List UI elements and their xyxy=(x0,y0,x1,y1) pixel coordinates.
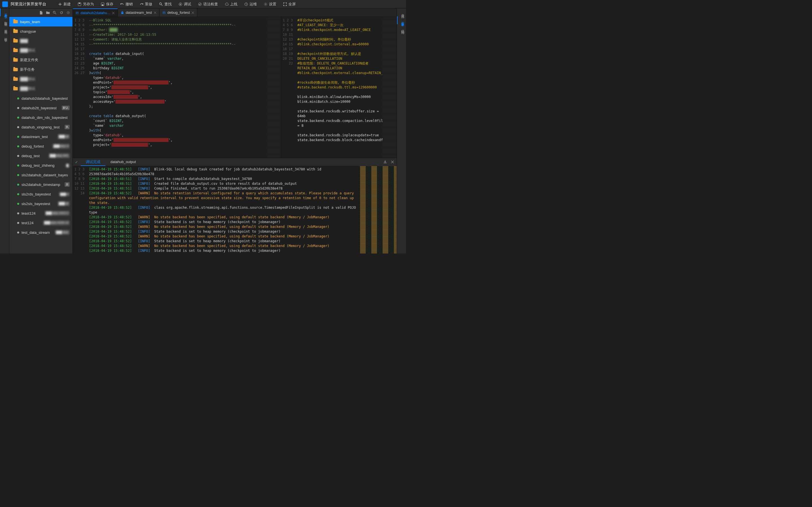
logo-icon xyxy=(2,1,8,7)
save-icon xyxy=(101,2,105,6)
folder-item[interactable]: ███ xyxy=(9,36,72,46)
minimap-icon[interactable] xyxy=(267,17,281,158)
sql-icon xyxy=(162,11,166,14)
toolbar-plus-button[interactable]: 新建 xyxy=(55,0,74,8)
file-label: teast124 xyxy=(21,211,42,216)
file-badge: ███ 锁定 xyxy=(55,230,70,235)
code-area[interactable]: --Blink SQL --**************************… xyxy=(87,17,267,158)
toolbar-save-as-button[interactable]: 另存为 xyxy=(74,0,97,8)
file-item[interactable]: datahub_dim_rds_bayestest xyxy=(9,113,72,122)
file-tree[interactable]: bayes_teamchangyue██████测试新建文件夹新手任务███测试… xyxy=(9,17,72,253)
file-badge: 默认 xyxy=(62,106,70,110)
editor-tab[interactable]: datahub2datahu... xyxy=(73,8,118,17)
status-dot-icon xyxy=(17,222,19,224)
check-icon: ✓ xyxy=(73,160,81,164)
folder-label: 新建文件夹 xyxy=(20,57,70,62)
file-item[interactable]: sls2datahub_datawrit_bayes xyxy=(9,170,72,180)
new-file-icon[interactable] xyxy=(39,11,43,15)
console-panel: ✓ 调试完成 datahub_output 1 2 3 4 5 6 7 8 9 … xyxy=(73,158,397,253)
cloud-icon xyxy=(225,2,229,6)
refresh-icon[interactable] xyxy=(59,11,63,15)
right-rail-item[interactable]: 作业属性 xyxy=(397,8,406,16)
file-item[interactable]: datahub2datahub_bayestest xyxy=(9,94,72,103)
folder-item[interactable]: ███测试 xyxy=(9,84,72,94)
right-rail-item[interactable]: 作业参数 xyxy=(397,16,406,24)
file-item[interactable]: debug_fortest███ 锁定 0 xyxy=(9,142,72,151)
editor-tab[interactable]: debug_fortest xyxy=(160,8,198,17)
toolbar-cloud-button[interactable]: 上线 xyxy=(221,0,241,8)
file-item[interactable]: datahub2tt_bayestest默认 xyxy=(9,103,72,113)
file-item[interactable]: sls2datahub_timestamp居 xyxy=(9,180,72,189)
sidebar-tools xyxy=(9,8,72,17)
file-badge: ███ 锁定 03/20 12 xyxy=(43,221,70,225)
toolbar-redo-button[interactable]: 重做 xyxy=(136,0,156,8)
toolbar-save-button[interactable]: 保存 xyxy=(97,0,117,8)
left-rail-item[interactable]: 数据存储 xyxy=(0,16,9,24)
save-as-icon xyxy=(78,2,82,6)
file-item[interactable]: sls2sls_bayestest███ 锁 xyxy=(9,199,72,209)
close-icon[interactable] xyxy=(112,11,115,14)
left-rail-item[interactable]: 资源引用 xyxy=(0,24,9,32)
status-dot-icon xyxy=(17,107,19,109)
export-icon[interactable] xyxy=(383,160,387,164)
toolbar-undo-button[interactable]: 撤销 xyxy=(117,0,136,8)
folder-item[interactable]: 新手任务 xyxy=(9,65,72,74)
folder-icon xyxy=(13,87,18,91)
file-item[interactable]: debug_test_zhiheng█ xyxy=(9,161,72,170)
toolbar-label: 查找 xyxy=(164,2,172,7)
folder-icon xyxy=(13,20,18,23)
close-icon[interactable] xyxy=(391,160,395,164)
close-icon[interactable] xyxy=(154,11,156,14)
toolbar-search-button[interactable]: 查找 xyxy=(156,0,175,8)
folder-item[interactable]: 新建文件夹 xyxy=(9,55,72,65)
console-tab-debug[interactable]: 调试完成 xyxy=(81,158,105,166)
toolbar-play-button[interactable]: 调试 xyxy=(175,0,195,8)
search-icon[interactable] xyxy=(53,11,57,15)
folder-item[interactable]: ███测试 xyxy=(9,74,72,84)
console-tab-output[interactable]: datahub_output xyxy=(105,158,141,166)
file-item[interactable]: datastream_test███ 锁 xyxy=(9,132,72,142)
left-rail-item[interactable]: 运行引擎 xyxy=(0,32,9,40)
file-item[interactable]: test124███ 锁定 03/20 12 xyxy=(9,218,72,228)
file-item[interactable]: teast124███ 锁定 03/23 2 xyxy=(9,209,72,218)
status-dot-icon xyxy=(17,212,19,214)
toolbar-clock-button[interactable]: 运维 xyxy=(241,0,260,8)
status-dot-icon xyxy=(17,231,19,233)
status-dot-icon xyxy=(17,117,19,119)
status-dot-icon xyxy=(17,136,19,138)
folder-item[interactable]: changyue xyxy=(9,26,72,36)
folder-icon xyxy=(13,39,18,43)
locate-icon[interactable] xyxy=(66,11,70,15)
status-dot-icon xyxy=(17,174,19,176)
toolbar-label: 另存为 xyxy=(83,2,94,7)
toolbar-expand-button[interactable]: 全屏 xyxy=(280,0,299,8)
file-item[interactable]: sls2rds_bayestest███ 4 xyxy=(9,189,72,199)
new-folder-icon[interactable] xyxy=(46,11,50,15)
console-minimap-icon[interactable] xyxy=(360,166,397,253)
file-item[interactable]: test_data_stream███ 锁定 xyxy=(9,228,72,237)
folder-item[interactable]: ███测试 xyxy=(9,46,72,55)
console-log[interactable]: [2018-04-19 15:48:51] [INFO] Blink-SQL l… xyxy=(87,166,360,253)
close-icon[interactable] xyxy=(192,11,194,14)
editor-tab[interactable]: datastream_test xyxy=(118,8,160,17)
left-rail-item[interactable]: 开发作业 xyxy=(0,8,9,16)
file-label: debug_test xyxy=(21,154,46,158)
right-rail-item[interactable]: 代码结构 xyxy=(397,24,406,32)
top-toolbar: 阿里流计算开发平台 新建另存为保存撤销重做查找调试语法检查上线运维设置全屏 xyxy=(0,0,406,8)
editor-right[interactable]: 1 2 3 4 5 6 7 8 9 10 11 12 13 14 15 16 1… xyxy=(281,17,397,158)
folder-label: 新手任务 xyxy=(20,67,70,72)
editor-left[interactable]: 1 2 3 4 5 6 7 8 9 10 11 12 13 14 15 16 1… xyxy=(73,17,281,158)
file-badge: 居 xyxy=(64,182,70,187)
folder-item[interactable]: bayes_team xyxy=(9,17,72,26)
search-icon xyxy=(159,2,163,6)
file-label: datastream_test xyxy=(21,135,56,139)
svg-line-4 xyxy=(161,4,162,5)
file-badge: ███ 锁定 0 xyxy=(52,144,69,149)
code-area[interactable]: #开启checkpoint模式 #AT_LEAST_ONCE: 至少一次 #bl… xyxy=(295,17,383,158)
file-item[interactable]: datahub_xingneng_test执 xyxy=(9,122,72,132)
file-item[interactable]: debug_test███ 锁定 04/1 xyxy=(9,151,72,161)
toolbar-label: 撤销 xyxy=(125,2,133,7)
toolbar-check-button[interactable]: 语法检查 xyxy=(195,0,221,8)
minimap-icon[interactable] xyxy=(383,17,397,158)
toolbar-gear-button[interactable]: 设置 xyxy=(260,0,280,8)
